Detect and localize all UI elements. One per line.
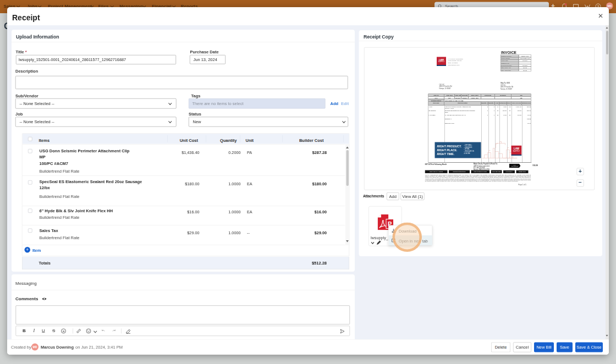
- svg-text:a: a: [63, 329, 65, 333]
